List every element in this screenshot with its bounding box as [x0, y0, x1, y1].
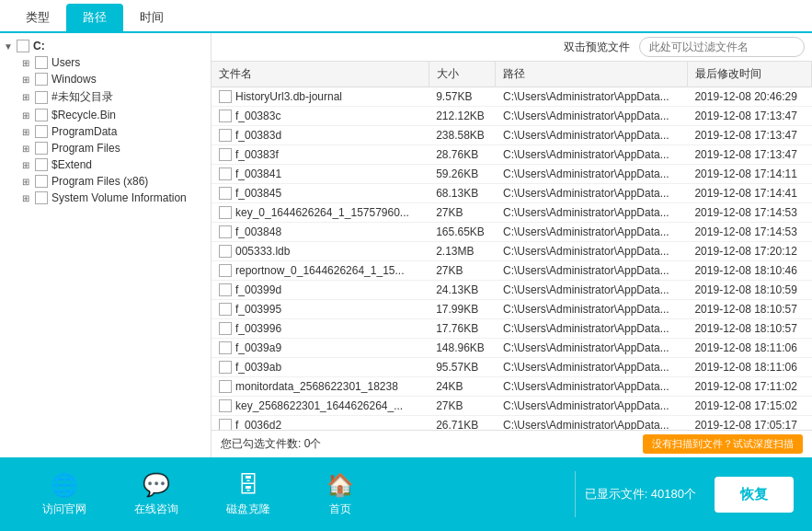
- file-checkbox[interactable]: [219, 419, 232, 430]
- file-path: C:\Users\Administrator\AppData...: [496, 223, 687, 242]
- file-checkbox[interactable]: [219, 361, 232, 374]
- tree-root-label: C:: [33, 40, 45, 52]
- consult-icon: 💬: [143, 472, 170, 498]
- file-name: f_00383c: [235, 110, 280, 122]
- file-path: C:\Users\Administrator\AppData...: [496, 377, 687, 397]
- tree-checkbox[interactable]: [17, 40, 29, 52]
- table-row[interactable]: reportnow_0_1644626264_1_15...27KBC:\Use…: [212, 261, 812, 281]
- footer-right: 已显示文件: 40180个 恢复: [585, 477, 794, 513]
- file-checkbox[interactable]: [219, 148, 232, 161]
- tree-item[interactable]: ⊞#未知父目录: [18, 87, 211, 107]
- tree-checkbox[interactable]: [35, 109, 48, 121]
- file-date: 2019-12-08 20:46:29: [687, 87, 811, 107]
- recover-button[interactable]: 恢复: [715, 477, 794, 513]
- tree-root[interactable]: ▼ C:: [0, 38, 211, 54]
- table-row[interactable]: f_00383f28.76KBC:\Users\Administrator\Ap…: [212, 145, 812, 165]
- tree-item[interactable]: ⊞Users: [18, 54, 211, 71]
- file-name: f_00383d: [235, 129, 281, 142]
- table-row[interactable]: HistoryUrl3.db-journal9.57KBC:\Users\Adm…: [212, 87, 812, 107]
- tree-item[interactable]: ⊞$Extend: [18, 156, 211, 173]
- file-path: C:\Users\Administrator\AppData...: [496, 261, 687, 281]
- file-size: 17.99KB: [429, 300, 496, 319]
- table-row[interactable]: f_00383c212.12KBC:\Users\Administrator\A…: [212, 107, 812, 126]
- top-tabs: 类型 路径 时间: [0, 0, 812, 33]
- file-name: f_003996: [235, 322, 281, 335]
- status-bar: 您已勾选文件数: 0个 没有扫描到文件？试试深度扫描: [212, 430, 812, 457]
- file-name: f_0039a9: [235, 341, 281, 354]
- table-row[interactable]: f_00399517.99KBC:\Users\Administrator\Ap…: [212, 300, 812, 319]
- column-header: 大小: [429, 62, 496, 87]
- file-checkbox[interactable]: [219, 245, 232, 258]
- preview-button[interactable]: 双击预览文件: [564, 40, 630, 55]
- tree-checkbox[interactable]: [35, 56, 48, 69]
- tree-checkbox[interactable]: [35, 142, 48, 155]
- file-path: C:\Users\Administrator\AppData...: [496, 281, 687, 300]
- tree-checkbox[interactable]: [35, 91, 48, 104]
- column-header: 文件名: [212, 62, 429, 87]
- file-name: f_003995: [235, 303, 281, 316]
- tab-time[interactable]: 时间: [123, 4, 180, 31]
- footer-item-consult[interactable]: 💬在线咨询: [110, 472, 202, 517]
- tree-item[interactable]: ⊞ProgramData: [18, 123, 211, 140]
- file-checkbox[interactable]: [219, 206, 232, 219]
- table-row[interactable]: f_00384159.26KBC:\Users\Administrator\Ap…: [212, 165, 812, 184]
- table-row[interactable]: key_2568622301_1644626264_...27KBC:\User…: [212, 397, 812, 416]
- expander-icon: ▼: [4, 41, 17, 52]
- file-name: key_0_1644626264_1_15757960...: [235, 206, 409, 219]
- tab-type[interactable]: 类型: [9, 4, 66, 31]
- expander-icon: ⊞: [22, 144, 35, 154]
- table-row[interactable]: 005333.ldb2.13MBC:\Users\Administrator\A…: [212, 242, 812, 261]
- file-checkbox[interactable]: [219, 187, 232, 200]
- table-row[interactable]: monitordata_2568622301_1823824KBC:\Users…: [212, 377, 812, 397]
- table-row[interactable]: f_0036d226.71KBC:\Users\Administrator\Ap…: [212, 416, 812, 431]
- file-checkbox[interactable]: [219, 110, 232, 122]
- file-checkbox[interactable]: [219, 380, 232, 393]
- file-name: HistoryUrl3.db-journal: [235, 90, 342, 103]
- tree-checkbox[interactable]: [35, 125, 48, 138]
- tree-item[interactable]: ⊞Program Files: [18, 140, 211, 156]
- table-row[interactable]: f_00384568.13KBC:\Users\Administrator\Ap…: [212, 184, 812, 203]
- file-checkbox[interactable]: [219, 341, 232, 354]
- footer-item-disk-clone[interactable]: 🗄磁盘克隆: [202, 472, 294, 517]
- file-checkbox[interactable]: [219, 90, 232, 103]
- file-date: 2019-12-08 17:20:12: [687, 242, 811, 261]
- file-checkbox[interactable]: [219, 129, 232, 142]
- file-checkbox[interactable]: [219, 264, 232, 277]
- tree-item[interactable]: ⊞System Volume Information: [18, 190, 211, 206]
- file-size: 95.57KB: [429, 358, 496, 377]
- file-date: 2019-12-08 18:11:06: [687, 358, 811, 377]
- table-row[interactable]: key_0_1644626264_1_15757960...27KBC:\Use…: [212, 203, 812, 223]
- footer-item-website[interactable]: 🌐访问官网: [18, 472, 110, 517]
- tree-checkbox[interactable]: [35, 175, 48, 188]
- search-input[interactable]: [639, 37, 805, 57]
- table-row[interactable]: f_00383d238.58KBC:\Users\Administrator\A…: [212, 126, 812, 145]
- table-row[interactable]: f_003848165.65KBC:\Users\Administrator\A…: [212, 223, 812, 242]
- file-size: 27KB: [429, 261, 496, 281]
- file-checkbox[interactable]: [219, 167, 232, 180]
- table-row[interactable]: f_00399617.76KBC:\Users\Administrator\Ap…: [212, 319, 812, 339]
- file-checkbox[interactable]: [219, 322, 232, 335]
- file-size: 2.13MB: [429, 242, 496, 261]
- file-path: C:\Users\Administrator\AppData...: [496, 358, 687, 377]
- tree-item[interactable]: ⊞Windows: [18, 71, 211, 87]
- file-checkbox[interactable]: [219, 303, 232, 316]
- tree-checkbox[interactable]: [35, 158, 48, 171]
- tree-checkbox[interactable]: [35, 191, 48, 204]
- tree-item[interactable]: ⊞Program Files (x86): [18, 173, 211, 190]
- tab-path[interactable]: 路径: [66, 4, 123, 31]
- file-date: 2019-12-08 18:10:57: [687, 319, 811, 339]
- file-checkbox[interactable]: [219, 225, 232, 238]
- file-path: C:\Users\Administrator\AppData...: [496, 87, 687, 107]
- file-checkbox[interactable]: [219, 399, 232, 412]
- deep-scan-button[interactable]: 没有扫描到文件？试试深度扫描: [643, 434, 803, 454]
- file-size: 24.13KB: [429, 281, 496, 300]
- tree-item-label: System Volume Information: [51, 191, 187, 204]
- tree-checkbox[interactable]: [35, 73, 48, 86]
- tree-item-label: Users: [51, 56, 80, 69]
- tree-item[interactable]: ⊞$Recycle.Bin: [18, 107, 211, 123]
- footer-item-home[interactable]: 🏠首页: [294, 472, 386, 517]
- table-row[interactable]: f_00399d24.13KBC:\Users\Administrator\Ap…: [212, 281, 812, 300]
- file-checkbox[interactable]: [219, 283, 232, 296]
- table-row[interactable]: f_0039ab95.57KBC:\Users\Administrator\Ap…: [212, 358, 812, 377]
- table-row[interactable]: f_0039a9148.96KBC:\Users\Administrator\A…: [212, 339, 812, 358]
